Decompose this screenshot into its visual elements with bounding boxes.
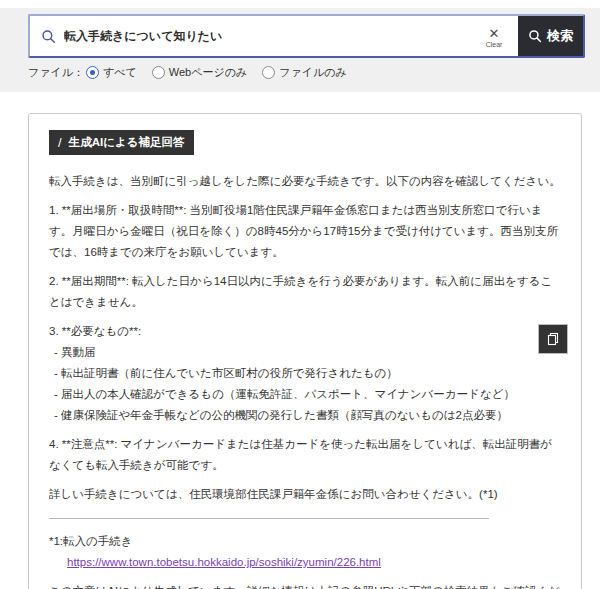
list-item: - 異動届 [49,342,561,363]
ai-answer-badge: / 生成AIによる補足回答 [49,130,194,155]
search-input-wrap [30,16,470,56]
footnote: *1:転入の手続き https://www.town.tobetsu.hokka… [49,531,561,573]
main-content: / 生成AIによる補足回答 転入手続きは、当別町に引っ越しをした際に必要な手続き… [0,92,600,589]
radio-icon [152,66,165,79]
list-item: - 届出人の本人確認ができるもの（運転免許証、パスポート、マイナンバーカードなど… [49,384,561,405]
ai-answer-item1: 1. **届出場所・取扱時間**: 当別町役場1階住民課戸籍年金係窓口または西当… [49,200,561,263]
ai-answer-intro: 転入手続きは、当別町に引っ越しをした際に必要な手続きです。以下の内容を確認してく… [49,171,561,192]
clear-button-label: Clear [486,41,503,48]
ai-answer-card: / 生成AIによる補足回答 転入手続きは、当別町に引っ越しをした際に必要な手続き… [28,113,582,589]
copy-icon [546,332,560,346]
file-filter-row: ファイル： すべて Webページのみ ファイルのみ [28,65,585,80]
ai-answer-item3-heading: 3. **必要なもの**: [49,321,561,342]
list-item: - 健康保険証や年金手帳などの公的機関の発行した書類（顔写真のないものは2点必要… [49,405,561,426]
reference-link[interactable]: https://www.town.tobetsu.hokkaido.jp/sos… [67,552,381,573]
ai-answer-item3: 3. **必要なもの**: - 異動届 - 転出証明書（前に住んでいた市区町村の… [49,321,561,426]
clear-button[interactable]: ✕ Clear [470,16,518,56]
radio-file-only[interactable]: ファイルのみ [262,65,347,80]
radio-icon [86,66,99,79]
search-input[interactable] [64,29,470,43]
search-button-label: 検索 [547,27,573,45]
radio-file-only-label: ファイルのみ [279,65,347,80]
radio-all[interactable]: すべて [86,65,137,80]
radio-icon [262,66,275,79]
copy-button[interactable] [538,324,568,354]
divider [49,518,489,519]
list-item: - 転出証明書（前に住んでいた市区町村の役所で発行されたもの） [49,363,561,384]
search-section: ✕ Clear 検索 ファイル： すべて Webページのみ ファイルのみ [0,8,600,92]
search-button[interactable]: 検索 [518,16,583,56]
ai-answer-item2: 2. **届出期間**: 転入した日から14日以内に手続きを行う必要があります。… [49,271,561,313]
ai-answer-disclaimer: この文章はAIにより生成しています。詳細な情報は上記の参照URLや下部の検索結果… [49,581,561,589]
file-filter-label: ファイル： [28,65,84,80]
slash-icon: / [58,135,62,150]
search-button-icon [528,29,542,43]
ai-answer-item4: 4. **注意点**: マイナンバーカードまたは住基カードを使った転出届をしてい… [49,434,561,476]
search-bar: ✕ Clear 検索 [28,14,585,58]
radio-web-only-label: Webページのみ [169,65,247,80]
search-icon [41,29,56,44]
radio-web-only[interactable]: Webページのみ [152,65,247,80]
ai-answer-contact: 詳しい手続きについては、住民環境部住民課戸籍年金係にお問い合わせください。(*1… [49,484,561,505]
footnote-label: *1:転入の手続き [49,531,561,552]
close-icon: ✕ [489,28,500,40]
ai-answer-badge-label: 生成AIによる補足回答 [69,135,185,150]
radio-all-label: すべて [103,65,137,80]
